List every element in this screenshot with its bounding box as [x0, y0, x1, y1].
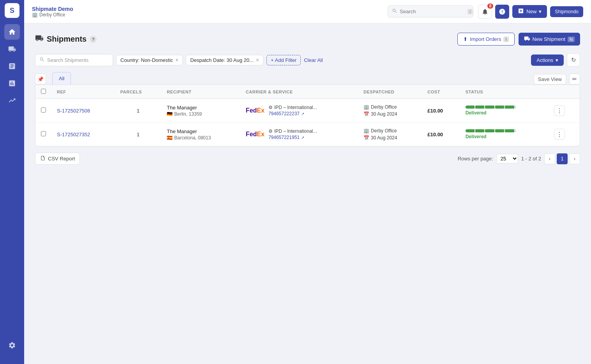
search-shipments-input[interactable]: Search Shipments	[35, 54, 113, 66]
pagination-info: Rows per page: 25 50 100 1 - 2 of 2 ‹ 1 …	[458, 153, 580, 164]
add-filter-button[interactable]: + Add Filter	[266, 55, 301, 65]
shipments-icon	[35, 34, 44, 44]
calendar-icon-0: 📅	[363, 111, 369, 117]
tab-all[interactable]: All	[52, 72, 71, 84]
sidebar-logo[interactable]: S	[5, 3, 19, 18]
help-icon[interactable]: ?	[90, 36, 97, 43]
global-search-input[interactable]	[400, 9, 465, 14]
shipmondo-button[interactable]: Shipmondo	[550, 6, 583, 17]
pin-button[interactable]: 📌	[35, 74, 46, 84]
row-despatched-0: 🏢 Derby Office 📅 30 Aug 2024	[358, 99, 422, 123]
tracking-1[interactable]: 794657221951 ↗	[268, 135, 317, 140]
col-status: STATUS	[460, 85, 549, 99]
table-footer: CSV Report Rows per page: 25 50 100 1 - …	[35, 153, 580, 165]
import-orders-label: Import Orders	[470, 36, 501, 42]
sidebar-item-orders[interactable]	[4, 58, 20, 74]
page-title-text: Shipments	[47, 35, 86, 44]
recipient-name-0: The Manager	[167, 105, 235, 111]
calendar-icon-1: 📅	[363, 135, 369, 141]
filter-chip-date-remove[interactable]: ×	[256, 57, 259, 63]
office-name: 🏢 Derby Office	[32, 12, 383, 18]
sidebar-item-shipments[interactable]	[4, 41, 20, 57]
new-button[interactable]: New ▾	[512, 5, 547, 18]
select-all-checkbox[interactable]	[41, 89, 46, 94]
topnav-actions: 8 New ▾ Shipmondo	[478, 5, 583, 19]
chevron-down-icon: ▾	[539, 9, 542, 14]
col-despatched: DESPATCHED	[358, 85, 422, 99]
row-carrier-0: FedEx ⚙ IPD – International... 794657222…	[240, 99, 358, 123]
table-body: S-1725027508 1 The Manager 🇩🇪 Berlin, 13…	[35, 99, 580, 146]
sidebar-item-analytics[interactable]	[4, 76, 20, 91]
row-checkbox-0[interactable]	[41, 107, 46, 113]
recipient-location-1: 🇪🇸 Barcelona, 08013	[167, 135, 235, 141]
page-header: Shipments ? ⬆ Import Orders I New Shipme…	[35, 33, 580, 46]
sidebar-item-reports[interactable]	[4, 93, 20, 108]
logo-text: S	[10, 7, 14, 15]
new-shipment-icon	[524, 35, 530, 43]
service-name-1: ⚙ IPD – International...	[268, 128, 317, 134]
refresh-button[interactable]: ↻	[567, 53, 580, 67]
csv-report-button[interactable]: CSV Report	[35, 153, 80, 165]
row-checkbox-1[interactable]	[41, 131, 46, 136]
alert-button[interactable]	[495, 5, 509, 19]
actions-label: Actions	[536, 57, 553, 63]
shipments-table-wrapper: REF PARCELS RECIPIENT CARRIER & SERVICE …	[35, 84, 580, 146]
sidebar-item-home[interactable]	[4, 24, 20, 40]
row-actions-button-1[interactable]: ⋮	[554, 129, 565, 140]
add-filter-label: + Add Filter	[271, 57, 296, 63]
save-view-button[interactable]: Save View	[534, 74, 566, 84]
filter-chip-date-label: Despatch Date: 30 Aug 20...	[190, 57, 254, 63]
sidebar: S	[0, 0, 24, 364]
row-actions-button-0[interactable]: ⋮	[554, 105, 565, 116]
filter-chip-date[interactable]: Despatch Date: 30 Aug 20... ×	[186, 55, 263, 65]
row-recipient-0: The Manager 🇩🇪 Berlin, 13359	[161, 99, 240, 123]
flag-icon-1: 🇪🇸	[167, 135, 173, 141]
topnav: Shipmate Demo 🏢 Derby Office / 8	[24, 0, 591, 23]
prev-page-button[interactable]: ‹	[544, 153, 555, 164]
table-row: S-1725027352 1 The Manager 🇪🇸 Barcelona,…	[35, 123, 580, 146]
filter-chip-country[interactable]: Country: Non-Domestic ×	[116, 55, 183, 65]
building-icon: 🏢	[32, 12, 38, 18]
status-label-0: Delivered	[466, 110, 543, 116]
pagination-nav: ‹ 1 ›	[544, 153, 580, 164]
notifications-button[interactable]: 8	[478, 5, 492, 19]
row-parcels-0: 1	[115, 99, 162, 123]
brand: Shipmate Demo 🏢 Derby Office	[32, 6, 383, 18]
building-icon-0: 🏢	[363, 104, 369, 110]
rows-per-page-select[interactable]: 25 50 100	[496, 154, 518, 164]
actions-button[interactable]: Actions ▾	[531, 55, 564, 66]
filters-row: Search Shipments Country: Non-Domestic ×…	[35, 53, 580, 67]
table-row: S-1725027508 1 The Manager 🇩🇪 Berlin, 13…	[35, 99, 580, 123]
search-shipments-placeholder: Search Shipments	[47, 57, 88, 63]
page-1-button[interactable]: 1	[557, 153, 568, 164]
fedex-logo-0: FedEx	[246, 107, 265, 114]
flag-icon-0: 🇩🇪	[167, 111, 173, 117]
tracking-0[interactable]: 794657222237 ↗	[268, 111, 317, 116]
row-carrier-1: FedEx ⚙ IPD – International... 794657221…	[240, 123, 358, 146]
next-page-button[interactable]: ›	[569, 153, 580, 164]
row-cost-0: £10.00	[422, 99, 460, 123]
row-actions-1: ⋮	[549, 123, 580, 146]
clear-all-button[interactable]: Clear All	[304, 57, 323, 63]
sidebar-item-settings[interactable]	[4, 338, 20, 353]
col-ref: REF	[51, 85, 115, 99]
pagination-range: 1 - 2 of 2	[521, 156, 541, 162]
search-filter-icon	[39, 57, 45, 63]
col-recipient: RECIPIENT	[161, 85, 240, 99]
external-link-icon-1: ↗	[301, 135, 304, 140]
new-shipment-button[interactable]: New Shipment N	[519, 33, 580, 46]
tab-all-label: All	[59, 76, 64, 81]
row-actions-0: ⋮	[549, 99, 580, 123]
import-orders-button[interactable]: ⬆ Import Orders I	[457, 33, 514, 46]
service-name-0: ⚙ IPD – International...	[268, 105, 317, 110]
ref-link-0[interactable]: S-1725027508	[57, 108, 90, 114]
search-kbd-hint: /	[468, 9, 473, 14]
filter-chip-country-remove[interactable]: ×	[175, 57, 178, 63]
col-cost: COST	[422, 85, 460, 99]
global-search-box[interactable]: /	[388, 5, 473, 18]
page-title: Shipments ?	[35, 34, 457, 44]
actions-chevron-icon: ▾	[556, 57, 558, 63]
edit-view-button[interactable]: ✏	[569, 74, 580, 84]
pin-icon: 📌	[37, 76, 44, 82]
ref-link-1[interactable]: S-1725027352	[57, 132, 90, 137]
